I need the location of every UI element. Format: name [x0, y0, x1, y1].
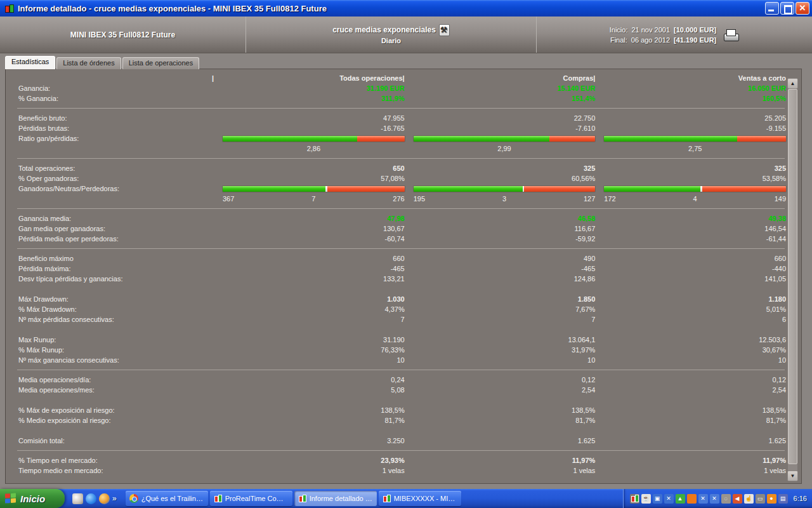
- bar-green-segment: [604, 186, 700, 192]
- chrome-icon: [129, 494, 138, 503]
- column-header-row: | Todas operaciones| Compras| Ventas a c…: [12, 73, 786, 83]
- stat-value: 660: [214, 255, 405, 262]
- stat-value: 1.850: [405, 295, 596, 303]
- stat-value: -465: [214, 265, 405, 272]
- close-button[interactable]: [796, 2, 809, 15]
- stat-value: 325: [405, 164, 596, 172]
- bar-red-segment: [357, 136, 404, 142]
- candlestick-icon[interactable]: [630, 494, 639, 504]
- stat-value: 60,56%: [405, 175, 596, 182]
- monitor-icon[interactable]: ▭: [756, 494, 765, 504]
- volume-icon[interactable]: ◀: [733, 494, 742, 504]
- restore-button[interactable]: [780, 2, 794, 15]
- stat-value: 7: [214, 316, 405, 323]
- stat-value: 57,08%: [214, 175, 405, 182]
- start-button[interactable]: Inicio: [0, 489, 65, 508]
- column-header-compras[interactable]: Compras|: [405, 74, 596, 82]
- quick-launch-overflow-chevron[interactable]: »: [112, 494, 117, 503]
- network-error-icon[interactable]: ✕: [664, 494, 674, 504]
- task-button[interactable]: ¿Qué es el Trailing St...: [126, 491, 208, 506]
- scroll-down-button[interactable]: ▼: [787, 471, 798, 481]
- stat-value: 138,5%: [595, 406, 786, 414]
- bar-red-segment: [737, 136, 786, 142]
- stat-value: 3.250: [214, 437, 405, 444]
- task-button[interactable]: ProRealTime Complete: [210, 491, 292, 506]
- speaker-muted-icon[interactable]: ◌: [721, 494, 731, 504]
- notes-icon[interactable]: ▤: [778, 494, 788, 504]
- spacer-row: [12, 425, 786, 436]
- stat-value: 0,24: [214, 376, 405, 384]
- pdf-export-icon[interactable]: [439, 24, 450, 36]
- scroll-track[interactable]: [788, 89, 797, 471]
- system-tray: ☕▣✕▲✕✕◌◀☝▭●▤ 6:16: [623, 489, 812, 508]
- stat-value: 81,7%: [595, 417, 786, 424]
- start-button-label: Inicio: [20, 493, 45, 504]
- ratio-bar: [414, 136, 596, 142]
- stat-value: -61,44: [595, 235, 786, 243]
- stat-row: Media operaciones/día:0,240,120,12: [12, 375, 786, 385]
- section-separator: [17, 370, 785, 370]
- stat-row: % Oper ganadoras:57,08%60,56%53,58%: [12, 173, 786, 184]
- tab-lista-de-ordenes[interactable]: Lista de órdenes: [56, 57, 121, 69]
- java-icon[interactable]: ☕: [641, 494, 651, 504]
- scroll-up-button[interactable]: ▲: [787, 78, 798, 89]
- print-icon[interactable]: [723, 29, 739, 41]
- network-computers-icon[interactable]: ▣: [653, 494, 662, 504]
- quick-launch-ie-icon[interactable]: [86, 493, 96, 504]
- quick-launch-media-icon[interactable]: [99, 493, 110, 504]
- orange-app-icon[interactable]: [687, 494, 697, 504]
- stat-value: 1 velas: [214, 467, 405, 474]
- stat-value: 10: [214, 356, 405, 364]
- stat-label: Beneficio bruto:: [12, 114, 214, 122]
- tab-lista-de-operaciones[interactable]: Lista de operaciones: [122, 57, 200, 69]
- stat-row: % Medio exposición al riesgo:81,7%81,7%8…: [12, 415, 786, 425]
- stat-value: -465: [405, 265, 596, 272]
- hand-cursor-icon[interactable]: ☝: [744, 494, 754, 504]
- quick-launch-outlook-icon[interactable]: [72, 493, 83, 504]
- vertical-scrollbar[interactable]: ▲ ▼: [787, 78, 798, 481]
- stat-value: 5,01%: [595, 305, 786, 313]
- stat-value: 15.140 EUR: [405, 84, 596, 92]
- stat-row: Ganancia media:47,9846,5849,38: [12, 213, 786, 224]
- cursor-mark: |: [12, 74, 214, 82]
- column-header-ventas[interactable]: Ventas a corto: [595, 74, 786, 82]
- task-button[interactable]: Informe detallado - cr...: [294, 491, 377, 506]
- task-button-label: MIBEXXXXX - MINI IB...: [394, 495, 457, 502]
- firefox-icon[interactable]: ●: [767, 494, 776, 504]
- stat-row: Nº máx ganancias consecutivas:101010: [12, 355, 786, 365]
- stat-value: 1 velas: [405, 467, 596, 474]
- spacer-row: [12, 284, 786, 294]
- stat-value: 2,54: [595, 386, 786, 394]
- stat-value: 141,05: [595, 275, 786, 283]
- instrument-name: MINI IBEX 35 Full0812 Future: [0, 17, 246, 53]
- stat-value: 138,5%: [405, 406, 596, 414]
- update-icon[interactable]: ▲: [676, 494, 685, 504]
- stat-label: Media operaciones/día:: [12, 376, 214, 384]
- stat-label: % Ganancia:: [12, 95, 214, 102]
- winners-losers-bar: [604, 186, 786, 192]
- task-button[interactable]: MIBEXXXXX - MINI IB...: [379, 491, 461, 506]
- minimize-button[interactable]: [765, 2, 779, 15]
- stat-value: 146,54: [595, 225, 786, 232]
- stat-value: -7.610: [405, 124, 596, 132]
- tab-estadisticas[interactable]: Estadísticas: [5, 56, 55, 69]
- stat-value-bar: [214, 186, 405, 192]
- stat-value: 53,58%: [595, 175, 786, 182]
- stat-row: Desv típica pérdidas y ganancias:133,211…: [12, 274, 786, 284]
- stat-value-bar: [405, 186, 596, 192]
- stat-value: 490: [405, 255, 596, 262]
- stat-row: Max Runup:31.19013.064,112.503,6: [12, 335, 786, 345]
- stat-row: Media operaciones/mes:5,082,542,54: [12, 385, 786, 395]
- stats-table-body: Ganancia:31.190 EUR15.140 EUR16.050 EUR%…: [12, 83, 786, 476]
- bar-red-segment: [702, 186, 786, 192]
- stat-value-bar: [595, 136, 786, 142]
- bar-green-segment: [414, 186, 523, 192]
- network-error2-icon[interactable]: ✕: [710, 494, 719, 504]
- stat-value: -9.155: [595, 124, 786, 132]
- ratio-value-text: 2,86: [307, 145, 320, 152]
- stat-value-bar: [595, 186, 786, 192]
- column-header-todas[interactable]: Todas operaciones|: [214, 74, 405, 82]
- wireless-error-icon[interactable]: ✕: [698, 494, 708, 504]
- scroll-thumb[interactable]: [788, 89, 797, 464]
- stat-row: % Máx Runup:76,33%31,97%30,67%: [12, 345, 786, 355]
